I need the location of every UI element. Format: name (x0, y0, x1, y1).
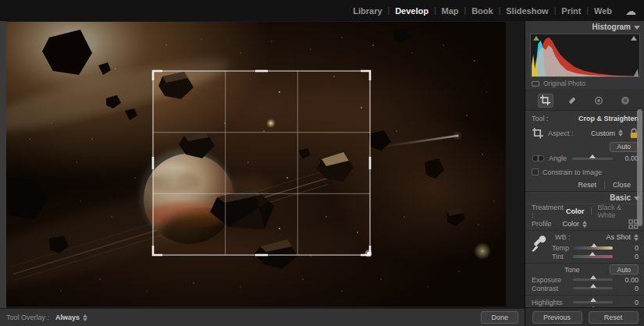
crop-overlay-icon[interactable] (538, 94, 553, 108)
treatment-label: Treatment : (532, 204, 566, 219)
treatment-color-option[interactable]: Color (566, 207, 585, 215)
tint-label: Tint (532, 253, 568, 260)
module-picker-bar: Library | Develop | Map | Book | Slidesh… (0, 0, 644, 21)
right-panel: Histogram Original Photo (525, 21, 644, 326)
temp-value[interactable]: 0 (618, 244, 639, 252)
tool-overlay-label: Tool Overlay : (6, 314, 49, 321)
wb-label: WB : (555, 233, 571, 241)
profile-label: Profile (532, 220, 552, 228)
updown-icon (582, 221, 587, 228)
angle-value[interactable]: 0.00 (618, 154, 639, 162)
highlights-slider-row: Highlights 0 (525, 298, 644, 307)
tab-develop[interactable]: Develop (390, 6, 434, 16)
photo-canvas[interactable] (6, 22, 506, 307)
constrain-label: Constrain to Image (543, 168, 602, 176)
lightroom-develop-window: Library | Develop | Map | Book | Slidesh… (0, 0, 644, 326)
angle-row: Angle 0.00 (525, 151, 644, 165)
original-photo-row[interactable]: Original Photo (525, 77, 644, 90)
shadow-clipping-icon[interactable] (533, 36, 539, 41)
masking-icon[interactable] (617, 94, 633, 108)
highlight-clipping-icon[interactable] (631, 36, 637, 41)
constrain-checkbox[interactable] (532, 168, 539, 175)
histogram-title: Histogram (592, 23, 631, 31)
temp-slider[interactable] (573, 246, 613, 250)
tab-book[interactable]: Book (466, 6, 499, 16)
updown-icon (618, 129, 623, 136)
auto-tone-button[interactable]: Auto (610, 264, 639, 275)
auto-straighten-button[interactable]: Auto (610, 142, 639, 152)
updown-icon (83, 314, 87, 321)
done-button[interactable]: Done (481, 311, 518, 324)
profile-row: Profile Color (525, 218, 644, 231)
crop-close-button[interactable]: Close (605, 181, 639, 189)
highlights-slider[interactable] (573, 301, 613, 303)
collapse-triangle-icon[interactable] (634, 26, 640, 30)
tool-strip (525, 90, 644, 111)
updown-icon (634, 234, 639, 241)
wb-dropdown[interactable]: As Shot (606, 233, 631, 241)
healing-brush-icon[interactable] (564, 94, 580, 108)
contrast-label: Contrast (532, 285, 568, 292)
tool-name: Crop & Straighten (578, 115, 639, 122)
treatment-bw-option[interactable]: Black & White (597, 204, 639, 219)
red-eye-icon[interactable] (591, 94, 607, 108)
basic-title: Basic (610, 193, 631, 202)
tab-map[interactable]: Map (436, 6, 464, 16)
tint-slider[interactable] (573, 255, 613, 258)
white-balance-block: WB : As Shot Temp 0 Tint 0 (525, 231, 644, 264)
space-photo (6, 22, 506, 307)
tint-value[interactable]: 0 (618, 253, 639, 260)
option-separator (591, 207, 592, 214)
angle-label: Angle (549, 154, 567, 162)
previous-reset-bar: Previous Reset (525, 307, 644, 326)
straighten-tool-icon[interactable] (532, 154, 545, 162)
tool-overlay-dropdown[interactable]: Always (55, 314, 80, 321)
histogram-panel-header[interactable]: Histogram (525, 21, 644, 33)
contrast-slider[interactable] (573, 287, 613, 289)
aspect-row: Aspect : Custom (525, 124, 644, 142)
crop-frame-icon[interactable] (532, 127, 543, 139)
histogram-graph (531, 34, 639, 76)
exposure-label: Exposure (532, 276, 568, 284)
exposure-value[interactable]: 0.00 (618, 276, 639, 284)
highlights-value[interactable]: 0 (618, 299, 639, 307)
crop-reset-button[interactable]: Reset (570, 181, 604, 189)
tab-library[interactable]: Library (347, 6, 387, 16)
contrast-slider-row: Contrast 0 (525, 284, 644, 292)
reset-button[interactable]: Reset (589, 311, 639, 324)
aspect-dropdown[interactable]: Custom (591, 129, 615, 137)
angle-slider[interactable] (572, 158, 613, 160)
tab-web[interactable]: Web (589, 6, 617, 16)
exposure-slider-row: Exposure 0.00 (525, 275, 644, 284)
highlights-label: Highlights (532, 299, 568, 307)
section-divider (525, 292, 644, 296)
previous-button[interactable]: Previous (532, 311, 582, 324)
right-panel-scroll-area[interactable]: Histogram Original Photo (525, 21, 644, 307)
panel-scrollbar[interactable] (637, 109, 642, 226)
tone-block: Tone Auto Exposure 0.00 Contrast 0 Highl… (525, 264, 644, 307)
photo-version-icon (532, 81, 539, 87)
auto-straighten-row: Auto (525, 142, 644, 151)
tab-print[interactable]: Print (556, 6, 586, 16)
crop-panel-footer: Reset Close (525, 179, 644, 192)
aspect-label: Aspect : (548, 129, 574, 137)
tab-slideshow[interactable]: Slideshow (500, 6, 553, 16)
tone-header-row: Tone Auto (525, 264, 644, 275)
constrain-row: Constrain to Image (525, 165, 644, 179)
tone-label: Tone (564, 266, 580, 274)
basic-panel-header[interactable]: Basic (525, 192, 644, 204)
profile-dropdown[interactable]: Color (563, 220, 580, 228)
creative-cloud-sync-icon[interactable]: ☁ (625, 5, 636, 16)
histogram[interactable] (530, 34, 640, 77)
treatment-row: Treatment : Color Black & White (525, 204, 644, 218)
exposure-slider[interactable] (573, 278, 613, 281)
contrast-value[interactable]: 0 (618, 285, 639, 292)
crop-tool-header-row: Tool : Crop & Straighten (525, 112, 644, 124)
develop-toolbar: Tool Overlay : Always Done (0, 308, 525, 326)
original-photo-label: Original Photo (543, 80, 585, 87)
tool-label: Tool : (532, 115, 549, 122)
left-panel-collapsed-strip[interactable] (0, 21, 6, 308)
white-balance-eyedropper-icon[interactable] (529, 233, 548, 253)
